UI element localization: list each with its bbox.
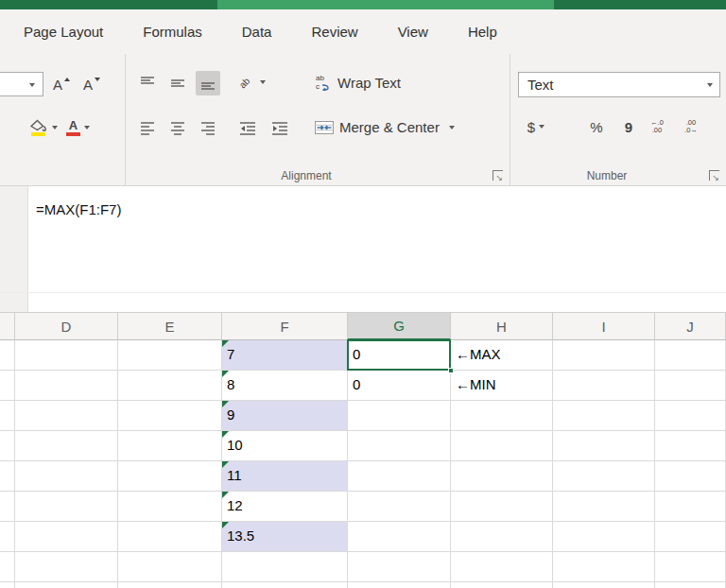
cell-G5[interactable] bbox=[348, 461, 451, 492]
cell-J7[interactable] bbox=[655, 522, 726, 552]
cell-edge-9[interactable] bbox=[0, 582, 15, 588]
align-right-button[interactable] bbox=[196, 116, 220, 141]
tab-help[interactable]: Help bbox=[468, 24, 497, 40]
decrease-indent-button[interactable] bbox=[235, 116, 260, 141]
cell-E4[interactable] bbox=[118, 431, 222, 461]
cell-J5[interactable] bbox=[655, 461, 726, 492]
cell-G6[interactable] bbox=[348, 492, 451, 522]
cell-edge-6[interactable] bbox=[0, 492, 15, 522]
column-header-F[interactable]: F bbox=[222, 313, 348, 340]
cell-E8[interactable] bbox=[118, 552, 222, 582]
text-orientation-button[interactable]: ab bbox=[235, 70, 266, 95]
cell-E6[interactable] bbox=[118, 492, 222, 522]
cell-edge-2[interactable] bbox=[0, 371, 15, 401]
cell-I7[interactable] bbox=[553, 522, 655, 552]
font-color-button[interactable]: A bbox=[66, 114, 90, 141]
cell-D4[interactable] bbox=[15, 431, 118, 461]
tab-page-layout[interactable]: Page Layout bbox=[24, 24, 103, 40]
cell-I1[interactable] bbox=[553, 340, 655, 371]
cell-D6[interactable] bbox=[15, 492, 118, 522]
cell-edge-5[interactable] bbox=[0, 461, 15, 492]
cell-I2[interactable] bbox=[553, 371, 655, 401]
cell-E9[interactable] bbox=[118, 582, 222, 588]
tab-data[interactable]: Data bbox=[242, 24, 272, 40]
increase-decimal-button[interactable]: ←.0 .00 bbox=[645, 114, 669, 139]
merge-center-button[interactable]: Merge & Center bbox=[315, 119, 455, 135]
align-top-button[interactable] bbox=[135, 71, 160, 95]
cell-I8[interactable] bbox=[553, 552, 655, 582]
cell-H3[interactable] bbox=[451, 401, 553, 431]
align-bottom-button[interactable] bbox=[196, 71, 220, 95]
alignment-dialog-launcher[interactable] bbox=[493, 170, 503, 181]
cell-edge-4[interactable] bbox=[0, 431, 15, 461]
cell-E5[interactable] bbox=[118, 461, 222, 492]
percent-style-button[interactable]: % bbox=[584, 114, 609, 139]
cell-G2[interactable]: 0 bbox=[348, 371, 451, 401]
number-format-select[interactable]: Text bbox=[518, 72, 720, 97]
column-header-E[interactable]: E bbox=[118, 313, 222, 340]
cell-H7[interactable] bbox=[451, 522, 553, 552]
align-center-button[interactable] bbox=[165, 116, 190, 141]
cell-E7[interactable] bbox=[118, 522, 222, 552]
cell-D3[interactable] bbox=[15, 401, 118, 431]
wrap-text-button[interactable]: ab c Wrap Text bbox=[315, 74, 401, 91]
cell-D9[interactable] bbox=[15, 582, 118, 588]
tab-review[interactable]: Review bbox=[311, 24, 357, 40]
column-header-H[interactable]: H bbox=[451, 313, 553, 340]
formula-input[interactable]: =MAX(F1:F7) bbox=[36, 201, 121, 217]
column-header-edge[interactable] bbox=[0, 313, 15, 340]
cell-H5[interactable] bbox=[451, 461, 553, 492]
cell-D7[interactable] bbox=[15, 522, 118, 552]
cell-H6[interactable] bbox=[451, 492, 553, 522]
cell-E3[interactable] bbox=[118, 401, 222, 431]
cell-edge-3[interactable] bbox=[0, 401, 15, 431]
cell-H4[interactable] bbox=[451, 431, 553, 461]
cell-I6[interactable] bbox=[553, 492, 655, 522]
cell-E2[interactable] bbox=[118, 371, 222, 401]
cell-G8[interactable] bbox=[348, 552, 451, 582]
cell-F2[interactable]: 8 bbox=[222, 371, 348, 401]
cell-F7[interactable]: 13.5 bbox=[222, 522, 348, 552]
cell-F1[interactable]: 7 bbox=[222, 340, 348, 371]
increase-font-size-button[interactable]: A bbox=[49, 72, 74, 96]
cell-H2[interactable]: ←MIN bbox=[451, 371, 553, 401]
fill-color-button[interactable] bbox=[28, 114, 58, 141]
column-header-I[interactable]: I bbox=[553, 313, 655, 340]
column-header-D[interactable]: D bbox=[15, 313, 118, 340]
cell-I9[interactable] bbox=[553, 582, 655, 588]
cell-G4[interactable] bbox=[348, 431, 451, 461]
cell-J8[interactable] bbox=[655, 552, 726, 582]
cell-I5[interactable] bbox=[553, 461, 655, 492]
cell-D1[interactable] bbox=[15, 340, 118, 371]
cell-J9[interactable] bbox=[655, 582, 726, 588]
cell-I3[interactable] bbox=[553, 401, 655, 431]
tab-view[interactable]: View bbox=[398, 24, 428, 40]
cell-D5[interactable] bbox=[15, 461, 118, 492]
fill-handle[interactable] bbox=[448, 368, 454, 373]
cell-edge-7[interactable] bbox=[0, 522, 15, 552]
cell-H1[interactable]: ←MAX bbox=[451, 340, 553, 371]
font-name-combo-edge[interactable] bbox=[0, 72, 43, 96]
comma-style-button[interactable]: 9 bbox=[616, 114, 641, 139]
cell-G1[interactable]: 0 bbox=[348, 340, 451, 371]
decrease-font-size-button[interactable]: A bbox=[79, 72, 104, 96]
cell-E1[interactable] bbox=[118, 340, 222, 371]
increase-indent-button[interactable] bbox=[268, 116, 292, 141]
decrease-decimal-button[interactable]: .00 .0→ bbox=[679, 114, 703, 139]
column-header-J[interactable]: J bbox=[655, 313, 726, 340]
cell-F6[interactable]: 12 bbox=[222, 492, 348, 522]
accounting-format-button[interactable]: $ bbox=[524, 114, 548, 139]
cell-G7[interactable] bbox=[348, 522, 451, 552]
cell-J3[interactable] bbox=[655, 401, 726, 431]
cell-F9[interactable] bbox=[222, 582, 348, 588]
cell-F4[interactable]: 10 bbox=[222, 431, 348, 461]
cell-J4[interactable] bbox=[655, 431, 726, 461]
cell-J1[interactable] bbox=[655, 340, 726, 371]
column-header-G[interactable]: G bbox=[348, 313, 451, 340]
cell-edge-1[interactable] bbox=[0, 340, 15, 371]
cell-H9[interactable] bbox=[451, 582, 553, 588]
cell-F8[interactable] bbox=[222, 552, 348, 582]
cell-J2[interactable] bbox=[655, 371, 726, 401]
align-middle-button[interactable] bbox=[165, 71, 190, 95]
search-bar[interactable] bbox=[217, 0, 554, 9]
